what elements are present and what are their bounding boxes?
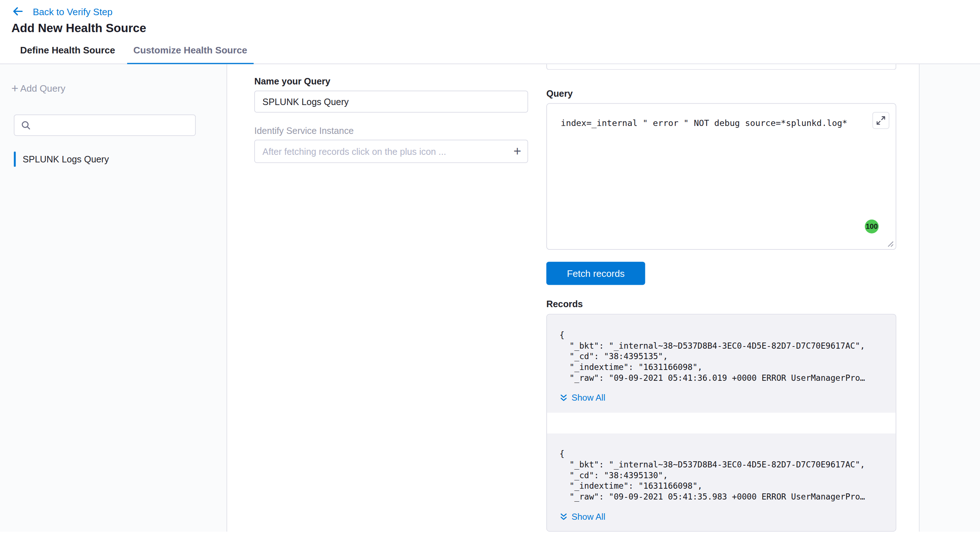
record-line: "_bkt": "_internal~38~D537D8B4-3EC0-4D5E… bbox=[560, 340, 883, 351]
back-arrow-icon[interactable] bbox=[11, 5, 24, 18]
partial-select-bottom[interactable] bbox=[546, 64, 896, 70]
record-line: "_raw": "09-09-2021 05:41:36.019 +0000 E… bbox=[560, 372, 883, 383]
record-line: "_bkt": "_internal~38~D537D8B4-3EC0-4D5E… bbox=[560, 459, 883, 470]
search-icon bbox=[21, 120, 31, 130]
identify-service-instance-label: Identify Service Instance bbox=[254, 126, 353, 136]
record-line: "_cd": "38:4395130", bbox=[560, 470, 883, 481]
show-all-link[interactable]: Show All bbox=[560, 512, 883, 521]
double-chevron-down-icon bbox=[560, 513, 568, 521]
service-instance-input[interactable] bbox=[254, 140, 528, 163]
name-your-query-label: Name your Query bbox=[254, 76, 330, 86]
record-line: "_indextime": "1631166098", bbox=[560, 481, 883, 492]
query-textarea[interactable]: index=_internal " error " NOT debug sour… bbox=[546, 103, 896, 250]
query-text: index=_internal " error " NOT debug sour… bbox=[561, 118, 858, 128]
query-name-input[interactable] bbox=[254, 91, 528, 113]
page-header: Back to Verify Step Add New Health Sourc… bbox=[0, 0, 980, 64]
right-gutter bbox=[920, 64, 980, 532]
show-all-label: Show All bbox=[572, 512, 606, 521]
service-instance-field-wrap: + bbox=[254, 140, 528, 163]
record-line: "_raw": "09-09-2021 05:41:35.983 +0000 E… bbox=[560, 491, 883, 502]
add-query-button[interactable]: + Add Query bbox=[11, 83, 65, 94]
tab-customize-health-source[interactable]: Customize Health Source bbox=[127, 45, 253, 64]
record-line: "_indextime": "1631166098", bbox=[560, 362, 883, 372]
tab-define-health-source[interactable]: Define Health Source bbox=[20, 45, 115, 64]
record-line: { bbox=[560, 449, 883, 459]
query-label: Query bbox=[546, 89, 573, 99]
record-line: { bbox=[560, 329, 883, 340]
back-to-verify-link[interactable]: Back to Verify Step bbox=[33, 6, 113, 17]
fetch-records-button[interactable]: Fetch records bbox=[546, 262, 645, 285]
wizard-tabs: Define Health Source Customize Health So… bbox=[0, 45, 980, 64]
back-row: Back to Verify Step bbox=[0, 0, 980, 18]
content-area: + Add Query SPLUNK Logs Query bbox=[0, 64, 980, 532]
show-all-link[interactable]: Show All bbox=[560, 393, 883, 403]
record-line: "_cd": "38:4395135", bbox=[560, 351, 883, 362]
resize-handle[interactable] bbox=[887, 240, 894, 247]
record-card: { "_bkt": "_internal~38~D537D8B4-3EC0-4D… bbox=[547, 315, 896, 413]
query-sidebar: + Add Query SPLUNK Logs Query bbox=[0, 64, 227, 532]
main-panel: Name your Query Identify Service Instanc… bbox=[227, 64, 980, 532]
add-query-label: Add Query bbox=[20, 83, 65, 94]
double-chevron-down-icon bbox=[560, 393, 568, 402]
record-count-badge: 100 bbox=[865, 219, 878, 233]
plus-icon: + bbox=[11, 84, 18, 93]
page-title: Add New Health Source bbox=[0, 18, 980, 35]
query-search-input[interactable] bbox=[36, 115, 195, 135]
add-service-instance-plus-icon[interactable]: + bbox=[514, 143, 521, 159]
expand-icon bbox=[876, 116, 885, 125]
sidebar-item-splunk-logs-query[interactable]: SPLUNK Logs Query bbox=[14, 150, 202, 168]
query-item-label: SPLUNK Logs Query bbox=[23, 154, 109, 164]
selected-indicator-bar bbox=[14, 152, 16, 167]
records-panel: { "_bkt": "_internal~38~D537D8B4-3EC0-4D… bbox=[546, 314, 896, 532]
records-label: Records bbox=[546, 299, 583, 309]
expand-query-button[interactable] bbox=[872, 112, 889, 129]
show-all-label: Show All bbox=[572, 393, 606, 403]
query-search-box bbox=[14, 114, 196, 136]
record-card: { "_bkt": "_internal~38~D537D8B4-3EC0-4D… bbox=[547, 434, 896, 532]
add-health-source-screen: Back to Verify Step Add New Health Sourc… bbox=[0, 0, 980, 545]
